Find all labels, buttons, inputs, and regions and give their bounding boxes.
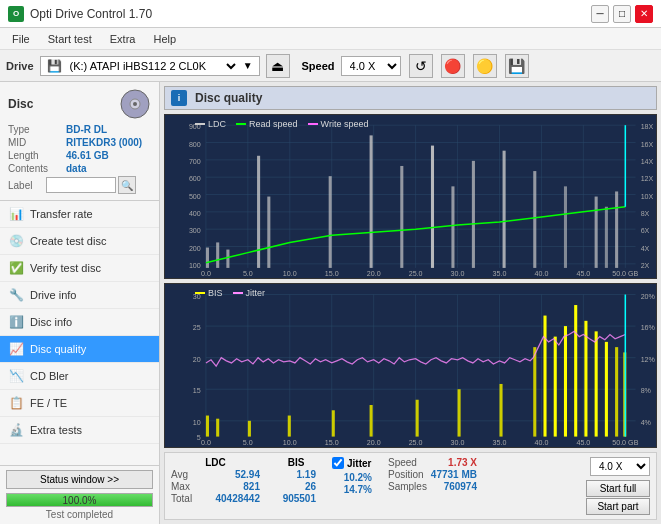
- jitter-stats: Jitter 10.2% 14.7%: [332, 457, 372, 495]
- disc-info-label: Disc info: [30, 316, 72, 328]
- svg-text:12X: 12X: [641, 175, 654, 183]
- svg-text:14X: 14X: [641, 158, 654, 166]
- bis-max: 26: [276, 481, 316, 492]
- svg-rect-24: [206, 248, 209, 268]
- svg-rect-38: [595, 197, 598, 268]
- jitter-checkbox[interactable]: [332, 457, 344, 469]
- config1-button[interactable]: 🔴: [441, 54, 465, 78]
- label-input[interactable]: [46, 177, 116, 193]
- ldc-legend: LDC: [195, 119, 226, 129]
- svg-text:4%: 4%: [641, 418, 652, 427]
- drive-select-container[interactable]: 💾 (K:) ATAPI iHBS112 2 CL0K ▼: [40, 56, 260, 76]
- svg-rect-105: [615, 347, 618, 436]
- bis-avg: 1.19: [276, 469, 316, 480]
- menu-start-test[interactable]: Start test: [40, 31, 100, 47]
- svg-text:10: 10: [193, 418, 201, 427]
- refresh-button[interactable]: ↺: [409, 54, 433, 78]
- svg-rect-90: [248, 421, 251, 437]
- fe-te-label: FE / TE: [30, 397, 67, 409]
- mid-key: MID: [8, 137, 66, 148]
- svg-text:500: 500: [189, 193, 201, 201]
- jitter-legend: Jitter: [233, 288, 266, 298]
- svg-text:600: 600: [189, 175, 201, 183]
- write-speed-legend: Write speed: [308, 119, 369, 129]
- svg-text:0.0: 0.0: [201, 270, 211, 278]
- sidebar-item-create-test-disc[interactable]: 💿 Create test disc: [0, 228, 159, 255]
- svg-rect-32: [431, 146, 434, 268]
- chart-header: i Disc quality: [164, 86, 657, 110]
- sidebar-item-verify-test-disc[interactable]: ✅ Verify test disc: [0, 255, 159, 282]
- save-button[interactable]: 💾: [505, 54, 529, 78]
- drive-dropdown[interactable]: (K:) ATAPI iHBS112 2 CL0K: [66, 59, 239, 73]
- menu-help[interactable]: Help: [145, 31, 184, 47]
- svg-rect-31: [400, 166, 403, 268]
- menu-extra[interactable]: Extra: [102, 31, 144, 47]
- drive-info-label: Drive info: [30, 289, 76, 301]
- maximize-button[interactable]: □: [613, 5, 631, 23]
- svg-text:20: 20: [193, 355, 201, 364]
- bis-legend-label: BIS: [208, 288, 223, 298]
- jitter-avg: 10.2%: [332, 472, 372, 483]
- svg-text:10.0: 10.0: [283, 270, 297, 278]
- svg-rect-35: [503, 151, 506, 268]
- svg-text:12%: 12%: [641, 355, 656, 364]
- start-part-button[interactable]: Start part: [586, 498, 650, 515]
- disc-icon: [119, 88, 151, 120]
- extra-tests-icon: 🔬: [8, 422, 24, 438]
- start-full-button[interactable]: Start full: [586, 480, 650, 497]
- sidebar-item-disc-quality[interactable]: 📈 Disc quality: [0, 336, 159, 363]
- svg-rect-93: [370, 405, 373, 437]
- config2-button[interactable]: 🟡: [473, 54, 497, 78]
- action-group: 4.0 X Start full Start part: [586, 457, 650, 515]
- sidebar-item-disc-info[interactable]: ℹ️ Disc info: [0, 309, 159, 336]
- jitter-max: 14.7%: [332, 484, 372, 495]
- speed-combo[interactable]: 4.0 X: [590, 457, 650, 476]
- svg-text:30.0: 30.0: [451, 270, 465, 278]
- status-window-button[interactable]: Status window >>: [6, 470, 153, 489]
- svg-text:45.0: 45.0: [576, 270, 590, 278]
- svg-rect-39: [605, 207, 608, 268]
- label-button[interactable]: 🔍: [118, 176, 136, 194]
- chart-title: Disc quality: [195, 91, 262, 105]
- sidebar-item-transfer-rate[interactable]: 📊 Transfer rate: [0, 201, 159, 228]
- jitter-legend-label: Jitter: [246, 288, 266, 298]
- menu-file[interactable]: File: [4, 31, 38, 47]
- svg-rect-100: [564, 326, 567, 436]
- type-value: BD-R DL: [66, 124, 107, 135]
- sidebar-progress-text: 100.0%: [7, 494, 152, 507]
- ldc-legend-label: LDC: [208, 119, 226, 129]
- sidebar-item-cd-bler[interactable]: 📉 CD Bler: [0, 363, 159, 390]
- svg-text:700: 700: [189, 158, 201, 166]
- speed-dropdown[interactable]: 4.0 X: [341, 56, 401, 76]
- sidebar-item-drive-info[interactable]: 🔧 Drive info: [0, 282, 159, 309]
- disc-quality-label: Disc quality: [30, 343, 86, 355]
- svg-text:40.0: 40.0: [534, 270, 548, 278]
- read-speed-legend-label: Read speed: [249, 119, 298, 129]
- svg-text:25.0: 25.0: [409, 438, 423, 447]
- svg-text:20.0: 20.0: [367, 270, 381, 278]
- ldc-avg: 52.94: [205, 469, 260, 480]
- svg-rect-98: [543, 316, 546, 437]
- eject-button[interactable]: ⏏: [266, 54, 290, 78]
- svg-text:50.0 GB: 50.0 GB: [612, 270, 638, 278]
- svg-text:50.0 GB: 50.0 GB: [612, 438, 638, 447]
- svg-text:25: 25: [193, 323, 201, 332]
- ldc-header: LDC: [171, 457, 260, 468]
- chart-panel: i Disc quality LDC Read speed: [160, 82, 661, 524]
- ldc-total: 40428442: [205, 493, 260, 504]
- svg-text:20.0: 20.0: [367, 438, 381, 447]
- svg-text:300: 300: [189, 227, 201, 235]
- close-button[interactable]: ✕: [635, 5, 653, 23]
- minimize-button[interactable]: ─: [591, 5, 609, 23]
- svg-text:6X: 6X: [641, 227, 650, 235]
- svg-rect-88: [206, 416, 209, 437]
- svg-rect-101: [574, 305, 577, 437]
- disc-info-icon: ℹ️: [8, 314, 24, 330]
- svg-text:30.0: 30.0: [451, 438, 465, 447]
- stats-panel: LDC Avg 52.94 Max 821 Total 40428442: [164, 452, 657, 520]
- length-value: 46.61 GB: [66, 150, 109, 161]
- sidebar-item-extra-tests[interactable]: 🔬 Extra tests: [0, 417, 159, 444]
- svg-text:25.0: 25.0: [409, 270, 423, 278]
- drive-label: Drive: [6, 60, 34, 72]
- sidebar-item-fe-te[interactable]: 📋 FE / TE: [0, 390, 159, 417]
